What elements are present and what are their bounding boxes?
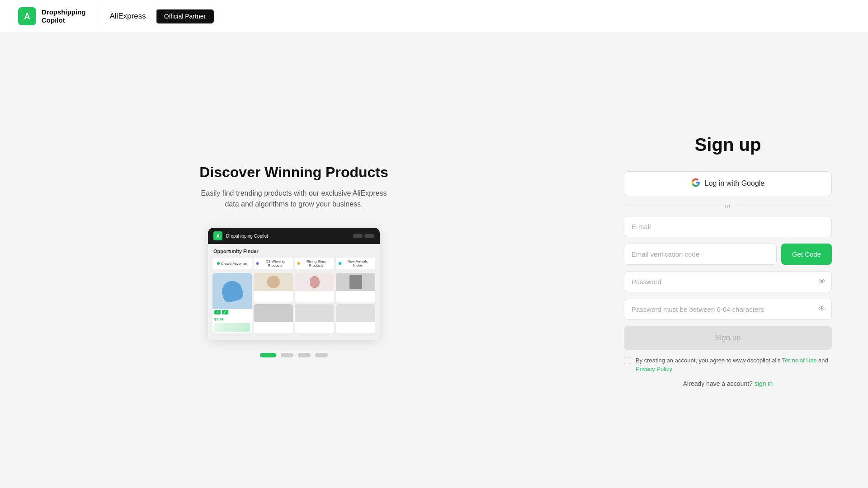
right-panel: Sign up Log in with Google or: [588, 33, 868, 488]
confirm-eye-icon[interactable]: 👁: [818, 305, 826, 313]
password-input[interactable]: [624, 271, 832, 292]
product-img-6: [295, 304, 334, 322]
carousel-dot-3[interactable]: [298, 353, 311, 357]
badge-2: ✓: [222, 310, 228, 314]
screenshot-topbar: A Dropshipping Copilot: [208, 228, 380, 244]
product-img-4: [336, 273, 375, 291]
topbar-logo-mini: A: [213, 231, 222, 240]
product-card-4: [336, 273, 375, 302]
get-code-button[interactable]: Get Code: [781, 244, 832, 265]
topbar-dots: [353, 234, 374, 238]
verification-row: Get Code: [624, 244, 832, 265]
email-input[interactable]: [624, 216, 832, 237]
topbar-dot-2: [364, 234, 374, 238]
carousel-dots: [260, 353, 328, 357]
carousel-dot-4[interactable]: [315, 353, 328, 357]
google-button-label: Log in with Google: [705, 179, 765, 188]
tab-dot-3: [297, 262, 300, 265]
tab-dot-1: [217, 262, 220, 265]
aliexpress-label: AliExpress: [110, 12, 146, 21]
product-card-7: [336, 304, 375, 333]
privacy-policy-link[interactable]: Privacy Policy: [636, 366, 672, 372]
product-card-5: [254, 304, 293, 333]
google-login-button[interactable]: Log in with Google: [624, 171, 832, 196]
logo-text: Dropshipping Copilot: [42, 8, 86, 24]
bear2-icon: [310, 276, 320, 288]
confirm-password-input[interactable]: [624, 299, 832, 320]
logo-area: A Dropshipping Copilot AliExpress Offici…: [18, 7, 214, 25]
tab-new-arrivals: New Arrivals Niche: [336, 258, 375, 269]
signin-link[interactable]: sign in: [755, 380, 773, 387]
product-card-6: [295, 304, 334, 333]
product-img-3: [295, 273, 334, 291]
product-card-3: [295, 273, 334, 302]
product-grid: ✓ ✓ $2.34: [212, 273, 375, 333]
or-label: or: [725, 202, 731, 210]
main-content: Discover Winning Products Easily find tr…: [0, 33, 868, 488]
badge-1: ✓: [214, 310, 221, 314]
terms-text: By creating an account, you agree to www…: [636, 356, 832, 374]
hoodie-icon: [349, 275, 362, 289]
shoe-icon: [220, 278, 245, 303]
google-icon: [691, 178, 700, 189]
left-panel: Discover Winning Products Easily find tr…: [0, 33, 588, 488]
terms-checkbox[interactable]: [624, 357, 631, 364]
password-eye-icon[interactable]: 👁: [818, 277, 826, 286]
opportunity-tabs: Crowd Favorites DS Winning Products Risi…: [212, 258, 375, 269]
screenshot-content: Opportunity Finder Crowd Favorites DS Wi…: [208, 244, 380, 340]
or-line-right: [736, 206, 832, 206]
featured-price: $2.34: [212, 316, 252, 322]
or-line-left: [624, 206, 720, 206]
product-badges: ✓ ✓: [212, 309, 252, 316]
tab-crowd-favorites: Crowd Favorites: [212, 258, 252, 269]
signup-form: Log in with Google or Get Code 👁: [624, 171, 832, 387]
official-partner-badge[interactable]: Official Partner: [156, 9, 214, 23]
opportunity-finder-title: Opportunity Finder: [212, 249, 375, 254]
confirm-password-wrapper: 👁: [624, 299, 832, 320]
tab-dot-4: [339, 262, 341, 265]
left-subtitle: Easily find trending products with our e…: [199, 188, 389, 210]
terms-of-use-link[interactable]: Terms of Use: [782, 357, 817, 364]
topbar-brand-text: Dropshipping Copilot: [226, 234, 268, 239]
product-screenshot: A Dropshipping Copilot Opportunity Finde…: [208, 228, 380, 340]
product-card-featured: ✓ ✓ $2.34: [212, 273, 252, 333]
featured-graph: [214, 323, 250, 332]
header: A Dropshipping Copilot AliExpress Offici…: [0, 0, 868, 33]
left-title: Discover Winning Products: [199, 164, 388, 181]
password-wrapper: 👁: [624, 271, 832, 292]
bear-icon: [267, 276, 280, 288]
carousel-dot-1[interactable]: [260, 353, 276, 357]
signup-title: Sign up: [695, 135, 761, 155]
tab-dot-2: [256, 262, 259, 265]
product-img-7: [336, 304, 375, 322]
logo-divider: [98, 9, 98, 23]
carousel-dot-2[interactable]: [281, 353, 293, 357]
verification-code-input[interactable]: [624, 244, 777, 265]
topbar-dot-1: [353, 234, 363, 238]
product-img-1: [212, 273, 252, 309]
or-divider: or: [624, 202, 832, 210]
signup-button[interactable]: Sign up: [624, 326, 832, 350]
product-card-2: [254, 273, 293, 302]
signin-row: Already have a account? sign in: [624, 380, 832, 387]
terms-row: By creating an account, you agree to www…: [624, 356, 832, 374]
product-img-2: [254, 273, 293, 291]
logo-icon: A: [18, 7, 36, 25]
tab-rising-stars: Rising Stars Products: [295, 258, 334, 269]
product-img-5: [254, 304, 293, 322]
tab-ds-winning: DS Winning Products: [254, 258, 293, 269]
